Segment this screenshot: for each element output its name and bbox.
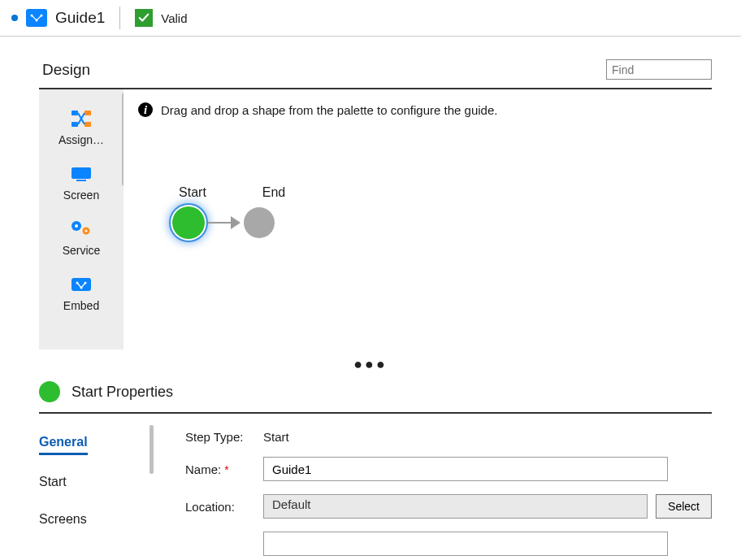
page-title: Guide1	[55, 9, 105, 27]
design-panel: Design Assign…	[23, 59, 728, 349]
required-icon: *	[224, 463, 228, 476]
properties-title: Start Properties	[72, 384, 173, 401]
screen-icon	[69, 164, 93, 184]
svg-rect-6	[84, 122, 91, 127]
step-type-value: Start	[263, 430, 289, 444]
tab-start[interactable]: Start	[39, 475, 153, 493]
palette-label: Assign…	[58, 133, 104, 146]
design-title: Design	[39, 61, 90, 79]
flow-arrow-icon	[208, 221, 240, 224]
svg-rect-8	[76, 180, 86, 181]
panel-drag-handle[interactable]: ●●●	[0, 353, 741, 376]
assign-icon	[69, 109, 93, 128]
svg-rect-13	[72, 278, 91, 291]
flow-diagram: Start End	[172, 185, 294, 239]
find-input[interactable]	[606, 59, 712, 80]
unsaved-indicator-dot	[11, 15, 18, 21]
svg-point-10	[75, 224, 78, 228]
info-icon: i	[138, 102, 153, 117]
start-label: Start	[172, 185, 213, 200]
end-node[interactable]	[244, 207, 275, 238]
select-location-button[interactable]: Select	[656, 494, 712, 519]
palette-label: Service	[63, 244, 101, 257]
properties-tabs: General Start Screens	[39, 425, 153, 556]
guide-icon	[26, 9, 47, 27]
name-label: Name: *	[185, 462, 255, 476]
svg-rect-4	[72, 122, 78, 127]
location-label: Location:	[185, 500, 255, 514]
palette-item-screen[interactable]: Screen	[39, 154, 124, 210]
valid-label: Valid	[161, 11, 187, 25]
palette: Assign… Screen Service	[39, 89, 124, 349]
extra-input[interactable]	[263, 532, 668, 556]
valid-check-icon	[135, 9, 153, 27]
properties-panel: Start Properties General Start Screens S…	[23, 376, 728, 556]
palette-item-embed[interactable]: Embed	[39, 265, 124, 312]
embed-icon	[69, 275, 93, 294]
divider	[119, 7, 120, 29]
tabs-scrollbar[interactable]	[150, 425, 154, 474]
canvas-hint: Drag and drop a shape from the palette t…	[161, 103, 497, 117]
tab-screens[interactable]: Screens	[39, 512, 153, 530]
palette-label: Screen	[63, 189, 99, 202]
svg-rect-7	[72, 167, 91, 179]
service-icon	[69, 219, 93, 239]
tab-general[interactable]: General	[39, 435, 88, 455]
svg-rect-3	[72, 111, 78, 115]
palette-item-service[interactable]: Service	[39, 210, 124, 265]
header: Guide1 Valid	[0, 0, 741, 37]
location-display: Default	[263, 494, 648, 519]
svg-rect-5	[84, 111, 91, 115]
start-node[interactable]	[172, 206, 205, 239]
design-canvas[interactable]: i Drag and drop a shape from the palette…	[124, 89, 712, 349]
step-type-label: Step Type:	[185, 430, 255, 444]
start-step-icon	[39, 381, 60, 402]
name-input[interactable]	[263, 457, 668, 481]
palette-item-assign[interactable]: Assign…	[39, 99, 124, 154]
palette-label: Embed	[63, 299, 99, 312]
end-label: End	[254, 185, 294, 200]
svg-point-12	[85, 230, 88, 232]
properties-form: Step Type: Start Name: * Location: Defau…	[153, 425, 712, 556]
